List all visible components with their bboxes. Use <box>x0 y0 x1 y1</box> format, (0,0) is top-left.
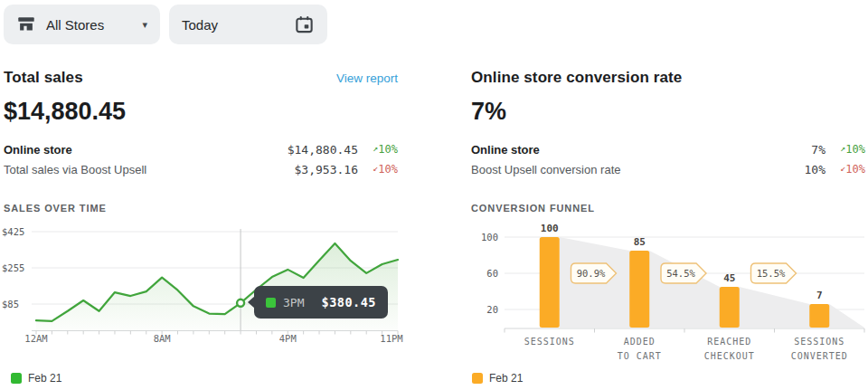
x-axis-label: 8AM <box>154 333 171 344</box>
delta-badge-down: ↙10% <box>826 163 865 176</box>
arrow-up-icon: ↗ <box>373 143 378 153</box>
x-axis-category-label: CONVERTED <box>791 351 848 361</box>
funnel-chart-legend: Feb 21 <box>472 372 523 385</box>
funnel-bar[interactable] <box>720 287 740 328</box>
metric-label: Online store <box>471 143 811 157</box>
page-title-total-sales: Total sales <box>4 69 83 87</box>
conversion-funnel-chart[interactable]: 10060201008545790.9%54.5%15.5%SESSIONSAD… <box>470 217 868 371</box>
metric-row-online-store: Online store $14,880.45 ↗10% <box>4 139 398 159</box>
metric-label: Online store <box>4 143 288 157</box>
y-axis-label: $425 <box>2 226 24 237</box>
x-axis-category-label: REACHED <box>707 337 751 347</box>
tooltip-caret-icon <box>248 296 255 309</box>
metric-row-boost-upsell: Total sales via Boost Upsell $3,953.16 ↙… <box>4 159 398 179</box>
chart-tooltip: 3PM $380.45 <box>254 286 388 319</box>
total-sales-panel: Total sales View report $14,880.45 Onlin… <box>4 69 398 214</box>
arrow-up-icon: ↗ <box>840 143 845 153</box>
store-selector-label: All Stores <box>46 17 104 33</box>
metric-label: Boost Upsell conversion rate <box>471 163 805 176</box>
conversion-rate-rows: Online store 7% ↗10% Boost Upsell conver… <box>471 139 865 179</box>
conversion-badge-label: 54.5% <box>666 268 695 279</box>
y-axis-label: 60 <box>486 268 498 279</box>
funnel-bar[interactable] <box>809 304 829 328</box>
funnel-bar[interactable] <box>629 251 649 328</box>
x-axis-category-label: SESSIONS <box>524 337 575 347</box>
metric-value: $3,953.16 <box>295 163 358 176</box>
y-axis-label: $85 <box>2 299 19 309</box>
sales-chart-legend: Feb 21 <box>11 372 61 385</box>
sales-over-time-chart[interactable]: $425$255$8512AM8AM4PM11PM <box>0 222 407 348</box>
date-selector[interactable]: Today <box>169 5 327 44</box>
metric-value: 10% <box>805 163 826 176</box>
section-title-conversion-funnel: CONVERSION FUNNEL <box>471 203 865 214</box>
date-selector-label: Today <box>182 17 218 33</box>
total-sales-header: Total sales View report <box>4 69 398 87</box>
chevron-down-icon: ▾ <box>142 19 147 31</box>
bar-value-label: 7 <box>816 290 823 301</box>
x-axis-label: 11PM <box>380 333 402 344</box>
legend-label: Feb 21 <box>489 372 523 385</box>
delta-badge-up: ↗10% <box>358 143 398 156</box>
page-title-conversion-rate: Online store conversion rate <box>471 69 682 87</box>
y-axis-label: $255 <box>2 262 24 273</box>
y-axis-label: 100 <box>481 232 498 243</box>
funnel-bar[interactable] <box>540 237 560 328</box>
x-axis-label: 4PM <box>279 333 297 344</box>
x-axis-category-label: SESSIONS <box>794 337 844 347</box>
calendar-icon <box>294 14 315 35</box>
section-title-sales-over-time: SALES OVER TIME <box>4 203 398 214</box>
total-sales-value: $14,880.45 <box>4 98 398 126</box>
conversion-rate-value: 7% <box>471 98 865 126</box>
bar-value-label: 100 <box>541 223 559 234</box>
metric-value: $14,880.45 <box>288 143 358 157</box>
delta-badge-up: ↗10% <box>826 143 865 156</box>
x-axis-category-label: CHECKOUT <box>704 351 755 361</box>
legend-swatch-green <box>11 373 22 384</box>
metric-label: Total sales via Boost Upsell <box>4 163 295 176</box>
metric-row-boost-upsell-rate: Boost Upsell conversion rate 10% ↙10% <box>471 159 865 179</box>
conversion-badge-label: 90.9% <box>577 268 606 279</box>
conversion-badge-label: 15.5% <box>757 268 786 279</box>
arrow-down-icon: ↙ <box>373 163 378 173</box>
x-axis-category-label: TO CART <box>618 351 662 361</box>
store-selector[interactable]: All Stores ▾ <box>4 5 160 44</box>
y-axis-label: 20 <box>486 304 498 315</box>
bar-value-label: 85 <box>634 236 646 248</box>
store-icon <box>16 14 36 34</box>
conversion-rate-header: Online store conversion rate <box>471 69 865 87</box>
conversion-rate-panel: Online store conversion rate 7% Online s… <box>471 69 865 214</box>
legend-label: Feb 21 <box>28 372 61 385</box>
total-sales-rows: Online store $14,880.45 ↗10% Total sales… <box>4 139 398 179</box>
tooltip-value: $380.45 <box>322 295 376 309</box>
metric-value: 7% <box>811 143 826 157</box>
tooltip-time: 3PM <box>283 296 304 309</box>
bar-value-label: 45 <box>723 272 735 284</box>
tooltip-series-swatch <box>266 298 276 308</box>
view-report-link[interactable]: View report <box>336 71 398 85</box>
chart-marker <box>237 300 244 307</box>
delta-badge-down: ↙10% <box>358 163 398 176</box>
arrow-down-icon: ↙ <box>840 163 845 173</box>
x-axis-category-label: ADDED <box>624 337 656 347</box>
metric-row-online-store-rate: Online store 7% ↗10% <box>471 139 865 159</box>
x-axis-label: 12AM <box>24 333 47 344</box>
legend-swatch-orange <box>472 373 483 384</box>
